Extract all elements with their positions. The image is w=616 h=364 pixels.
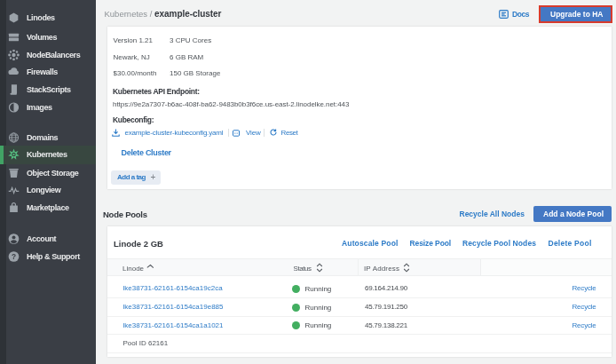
svg-text:?: ? <box>11 252 15 261</box>
